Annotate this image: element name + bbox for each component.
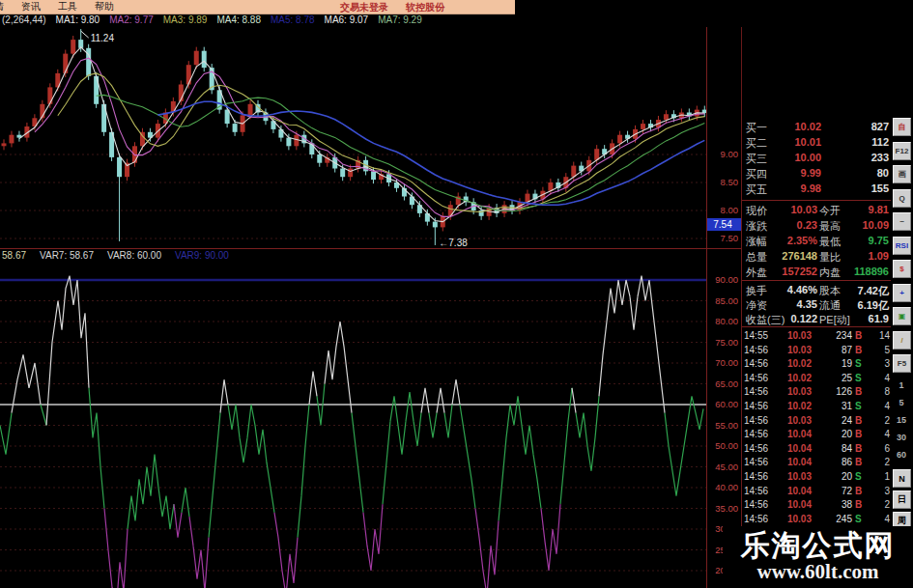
stat-label: 股本 (819, 284, 841, 298)
separator (742, 200, 891, 201)
candle-body (2, 143, 7, 146)
view-1-button[interactable]: 日 (893, 490, 911, 509)
indicator-value-3: VAR9: 90.00 (175, 250, 229, 261)
side-flag: B (855, 443, 862, 454)
stat-label: 流通 (819, 298, 841, 313)
bid-row-1[interactable]: 买一10.02827 (742, 121, 891, 134)
tick-row: 14:5610.0420B4 (742, 429, 891, 441)
stat-label: 换手 (746, 284, 767, 298)
bid-volume: 112 (871, 136, 889, 148)
stat-value: 9.81 (869, 204, 889, 215)
menu-item-2[interactable]: 工具 (49, 1, 86, 12)
price-axis-label: 8.50 (721, 177, 739, 187)
chart-axis-divider (706, 27, 707, 588)
ma-label-2: MA2: 9.77 (109, 14, 154, 25)
side-flag: B (855, 330, 862, 341)
trend-wave-icon[interactable]: ~ (893, 212, 911, 231)
stat-value: 10.09 (862, 219, 889, 231)
bid-label: 买一 (746, 121, 767, 135)
pencil-icon[interactable]: / (893, 331, 911, 350)
price-axis-label: 9.00 (721, 149, 739, 159)
tick-row: 14:5610.0231S4 (742, 401, 891, 413)
bid-label: 买二 (746, 136, 767, 151)
candle-body (202, 51, 207, 68)
stat-label: 涨跌 (746, 219, 767, 234)
tick-row: 14:5610.03126B8 (742, 386, 891, 399)
candle-body (641, 124, 645, 129)
candlestick-chart: 11.24←7.389.008.508.007.507.54 (0, 27, 742, 248)
watermark-url: www.60lt.com (757, 560, 879, 584)
indicator-axis-label: 40.00 (715, 482, 738, 492)
stat-label: PE[动] (819, 313, 850, 327)
bid-price: 9.99 (771, 167, 821, 179)
side-flag: B (855, 499, 862, 510)
candle-body (433, 222, 438, 228)
stat-row-0: 现价10.03今开9.81 (742, 204, 891, 217)
bid-row-2[interactable]: 买二10.01112 (742, 136, 891, 150)
ma-values-row: (2,264,44)MA1: 9.80MA2: 9.77MA3: 9.89MA4… (2, 14, 432, 27)
stat-value: 276148 (767, 250, 817, 262)
cross-icon[interactable]: + (893, 284, 911, 302)
indicator-axis-label: 75.00 (715, 337, 738, 348)
tick-row: 14:5610.0324B2 (742, 415, 891, 428)
stat-label: 净资 (746, 298, 767, 313)
candle-body (371, 171, 376, 180)
stat-row-7: 收益(三)0.122PE[动]61.9 (742, 313, 891, 326)
login-status[interactable]: 交易未登录 (340, 1, 388, 14)
stat-label: 最低 (819, 235, 841, 249)
bid-row-5[interactable]: 买五9.98155 (742, 182, 891, 196)
indicator-line-low (104, 504, 560, 588)
f12-key-icon[interactable]: F12 (893, 142, 911, 160)
stat-value: 7.42亿 (858, 284, 889, 298)
stat-row-6: 净资4.35流通6.19亿 (742, 298, 891, 312)
menu-bar: 情资讯工具帮助 交易未登录 软控股份 (0, 0, 515, 14)
candle-body (348, 169, 353, 178)
period-1-button[interactable]: 1 (891, 380, 912, 390)
menu-item-3[interactable]: 帮助 (86, 1, 123, 12)
period-60-button[interactable]: 60 (891, 450, 912, 460)
tick-row: 14:5610.0472B3 (742, 486, 891, 498)
period-15-button[interactable]: 15 (891, 415, 912, 425)
candle-body (186, 65, 191, 84)
tick-row: 14:5610.0225S4 (742, 373, 891, 385)
tick-row: 14:5610.0219S3 (742, 358, 891, 371)
period-5-button[interactable]: 5 (891, 398, 912, 407)
menu-item-0[interactable]: 情 (0, 1, 13, 12)
stat-value: 1.09 (869, 250, 889, 262)
stat-label: 现价 (746, 204, 767, 218)
stat-row-4: 外盘157252内盘118896 (742, 266, 891, 279)
price-axis-label: 7.50 (721, 233, 739, 243)
price-axis-label: 8.00 (721, 205, 739, 215)
bid-row-3[interactable]: 买三10.00233 (742, 152, 891, 165)
stock-pick-icon[interactable]: 自 (893, 118, 911, 136)
draw-icon[interactable]: 画 (893, 165, 911, 183)
view-0-button[interactable]: N (893, 469, 911, 488)
menu-item-1[interactable]: 资讯 (13, 1, 49, 12)
ma-line-3 (58, 73, 705, 212)
period-30-button[interactable]: 30 (891, 433, 912, 442)
bid-label: 买三 (746, 152, 767, 166)
quote-panel: 买一10.02827买二10.01112买三10.00233买四9.9980买五… (742, 114, 891, 588)
grid-icon[interactable]: ▣ (893, 307, 911, 325)
stat-value: 9.75 (869, 235, 889, 246)
ma-line-5 (157, 101, 704, 205)
magnifier-icon[interactable]: Q (893, 189, 911, 208)
cursor-readout: (2,264,44) (2, 14, 46, 25)
stat-value: 0.23 (767, 219, 817, 231)
rsi-icon[interactable]: RSI (893, 237, 911, 255)
indicator-axis-label: 90.00 (715, 274, 738, 285)
indicator-axis-label: 45.00 (715, 462, 738, 472)
bid-volume: 80 (877, 167, 889, 179)
bid-volume: 827 (871, 121, 889, 132)
high-price-label: 11.24 (91, 33, 115, 43)
indicator-axis-label: 85.00 (715, 295, 738, 306)
f5-key-icon[interactable]: F5 (893, 354, 911, 373)
side-flag: S (855, 471, 862, 482)
candle-body (194, 51, 199, 65)
candle-body (248, 104, 253, 116)
dollar-icon[interactable]: $ (893, 260, 911, 278)
indicator-line-mid (0, 384, 703, 538)
trading-app-window: 情资讯工具帮助 交易未登录 软控股份 (2,264,44)MA1: 9.80MA… (0, 0, 913, 588)
bid-price: 10.02 (771, 121, 821, 132)
bid-row-4[interactable]: 买四9.9980 (742, 167, 891, 181)
